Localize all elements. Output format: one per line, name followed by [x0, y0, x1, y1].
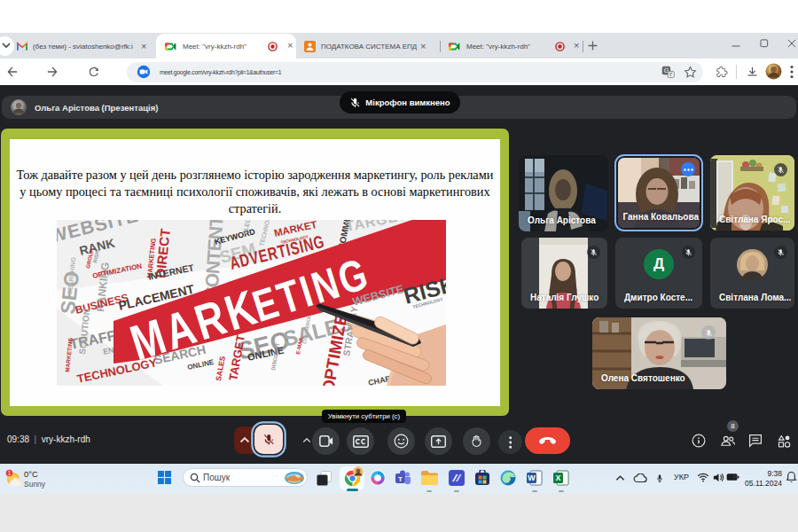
svg-text:1: 1 — [8, 470, 12, 476]
svg-text:W: W — [528, 473, 536, 482]
svg-text:T: T — [398, 475, 403, 483]
svg-text:X: X — [555, 473, 560, 482]
